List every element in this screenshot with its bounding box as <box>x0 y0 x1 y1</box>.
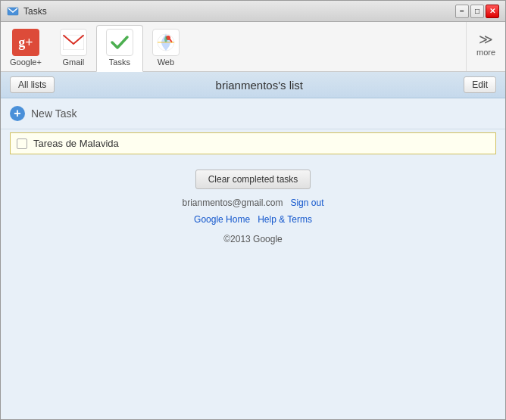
task-checkbox[interactable] <box>17 138 27 149</box>
footer-links: brianmentos@gmail.com Sign out Google Ho… <box>183 195 324 228</box>
google-home-link[interactable]: Google Home <box>194 214 250 225</box>
gplus-icon: g+ <box>12 29 39 56</box>
gmail-icon <box>60 29 87 56</box>
footer-area: Clear completed tasks brianmentos@gmail.… <box>1 157 505 254</box>
task-text-input[interactable] <box>33 138 489 149</box>
web-label: Web <box>158 58 174 67</box>
close-button[interactable]: ✕ <box>486 5 499 18</box>
app-window: Tasks − □ ✕ g+ Google+ <box>0 0 506 420</box>
edit-button[interactable]: Edit <box>464 76 496 93</box>
add-task-icon[interactable]: + <box>10 106 25 121</box>
copyright-text: ©2013 Google <box>223 234 283 244</box>
all-lists-button[interactable]: All lists <box>10 76 55 93</box>
sign-out-link[interactable]: Sign out <box>290 198 323 208</box>
app-web[interactable]: Web <box>143 26 189 71</box>
task-area: + New Task Clear completed tasks brianme… <box>1 98 505 419</box>
new-task-label[interactable]: New Task <box>31 107 77 120</box>
tasks-label: Tasks <box>109 58 130 67</box>
task-item <box>10 132 496 154</box>
app-gmail[interactable]: Gmail <box>51 26 96 71</box>
maximize-button[interactable]: □ <box>470 5 484 18</box>
gplus-label: Google+ <box>10 58 42 67</box>
title-bar-buttons: − □ ✕ <box>455 5 499 18</box>
clear-completed-button[interactable]: Clear completed tasks <box>195 170 311 189</box>
app-toolbar: g+ Google+ Gmail <box>1 22 505 72</box>
task-list <box>1 129 505 157</box>
minimize-button[interactable]: − <box>455 5 469 18</box>
window-icon <box>7 5 19 17</box>
app-gplus[interactable]: g+ Google+ <box>1 26 51 71</box>
main-content: All lists brianmentos's list Edit + New … <box>1 72 505 419</box>
web-icon <box>152 29 180 56</box>
app-tasks[interactable]: Tasks <box>96 25 143 72</box>
svg-rect-6 <box>158 42 174 43</box>
tasks-icon <box>106 29 133 56</box>
list-title: brianmentos's list <box>216 79 303 92</box>
title-bar-left: Tasks <box>7 5 47 17</box>
more-button[interactable]: ≫ more <box>466 22 505 71</box>
toolbar-apps: g+ Google+ Gmail <box>1 25 189 71</box>
title-bar: Tasks − □ ✕ <box>1 1 505 22</box>
chevron-icon: ≫ <box>479 33 493 46</box>
more-label: more <box>476 48 495 57</box>
window-title: Tasks <box>23 6 47 17</box>
gmail-label: Gmail <box>63 58 85 67</box>
new-task-row[interactable]: + New Task <box>1 98 505 129</box>
list-header: All lists brianmentos's list Edit <box>1 72 505 98</box>
footer-email: brianmentos@gmail.com <box>183 198 283 208</box>
help-terms-link[interactable]: Help & Terms <box>258 214 312 225</box>
